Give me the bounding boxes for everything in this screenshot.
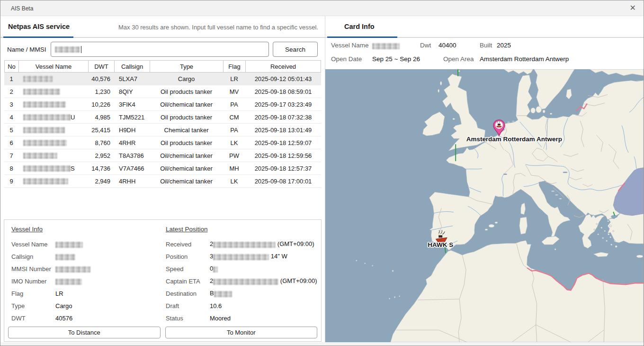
cell-type: Oil/chemical tanker [150, 149, 223, 162]
cell-no: 9 [4, 175, 18, 187]
cell-flag: PW [223, 149, 245, 162]
info-label: Flag [11, 290, 55, 297]
text-cursor [81, 46, 81, 53]
redacted-value [213, 254, 269, 260]
info-value: 40576 [55, 315, 72, 322]
info-row: DWT40576 [11, 312, 161, 324]
info-value: Cargo [55, 302, 72, 310]
info-label: Status [166, 315, 210, 322]
cell-callsign: 4RHR [114, 137, 150, 149]
cell-received: 2025-09-18 12:59:07 [245, 137, 321, 149]
info-row: Draft10.6 [166, 300, 322, 312]
info-value [55, 277, 82, 284]
table-row[interactable]: 140,5765LXA7CargoLR2025-09-12 05:01:43 [4, 73, 321, 85]
redacted-value [55, 254, 75, 260]
card-info-panel: Card Info Vessel Name Dwt 40400 Built 20… [325, 16, 644, 342]
table-row[interactable]: 525,415H9DHChemical tankerPA2025-09-18 1… [4, 124, 321, 137]
cell-callsign: T8A3786 [114, 149, 150, 162]
info-row: IMO Number [11, 275, 161, 287]
table-row[interactable]: 68,7604RHROil products tankerLK2025-09-1… [4, 137, 321, 149]
app-window: AIS Beta ✕ Netpas AIS service Max 30 res… [0, 0, 644, 346]
cell-dwt: 4,985 [88, 111, 114, 123]
cell-dwt: 25,415 [88, 124, 114, 136]
cell-name: U [18, 111, 88, 123]
column-header: Callsign [114, 61, 150, 72]
card-dwt-label: Dwt [420, 42, 431, 49]
map-label-vessel: HAWK S [428, 241, 453, 248]
cell-flag: MV [223, 85, 245, 98]
latest-position-column: Latest Position Received2 (GMT+09:00)Pos… [166, 226, 322, 324]
card-built-value: 2025 [497, 42, 511, 49]
cell-flag: PA [223, 124, 245, 136]
right-tab-bar: Card Info [325, 16, 644, 38]
cell-name [18, 175, 88, 187]
content: Netpas AIS service Max 30 results are sh… [0, 16, 644, 346]
table-row[interactable]: 72,952T8A3786Oil/chemical tankerPW2025-0… [4, 149, 321, 162]
info-value: 0 [210, 265, 218, 272]
cell-type: Chemical tanker [150, 124, 223, 136]
search-button[interactable]: Search [273, 42, 318, 57]
column-header: Type [150, 61, 223, 72]
info-value [55, 240, 83, 247]
table-body: 140,5765LXA7CargoLR2025-09-12 05:01:4321… [4, 73, 321, 188]
to-monitor-button[interactable]: To Monitor [165, 327, 318, 338]
cell-no: 4 [4, 111, 18, 123]
cell-received: 2025-09-18 08:59:01 [245, 85, 321, 98]
cell-name [18, 124, 88, 136]
cell-flag: PA [223, 98, 245, 110]
cell-received: 2025-09-18 13:01:49 [245, 124, 321, 136]
tab-card-info[interactable]: Card Info [344, 23, 375, 30]
info-label: Callsign [11, 253, 55, 260]
table-row[interactable]: 8S14,736V7A7466Oil/chemical tankerMH2025… [4, 162, 321, 175]
info-row: TypeCargo [11, 300, 161, 312]
cell-received: 2025-09-08 17:00:01 [245, 175, 321, 187]
results-hint: Max 30 results are shown. Input full ves… [118, 24, 318, 31]
cell-callsign: 5LXA7 [114, 73, 150, 85]
card-vessel-name-label: Vessel Name [331, 42, 369, 49]
info-row: FlagLR [11, 287, 161, 300]
cell-flag: LK [223, 175, 245, 187]
cell-callsign: TJM5221 [114, 111, 150, 123]
latest-position-heading: Latest Position [166, 226, 322, 233]
titlebar: AIS Beta ✕ [0, 0, 644, 16]
table-row[interactable]: 92,9494RHHOil/chemical tankerLK2025-09-0… [4, 175, 321, 188]
info-value [55, 265, 90, 272]
cell-dwt: 8,760 [88, 137, 114, 149]
cell-type: Cargo [150, 73, 223, 85]
info-value [55, 253, 75, 260]
card-open-date-label: Open Date [331, 55, 362, 63]
search-row: Name / MMSI Search [0, 41, 325, 57]
cell-type: Oil products tanker [150, 85, 223, 98]
vessel-detail-section: Vessel Info Vessel NameCallsignMMSI Numb… [4, 219, 322, 342]
cell-dwt: 14,736 [88, 162, 114, 174]
map[interactable]: HAWK S Amsterdam Rotterdam Antwerp [325, 69, 644, 342]
info-row: MMSI Number [11, 263, 161, 275]
search-label: Name / MMSI [7, 46, 51, 53]
table-row[interactable]: 4U4,985TJM5221Oil products tankerCM2025-… [4, 111, 321, 124]
redacted-value [23, 178, 68, 184]
card-built-label: Built [480, 42, 492, 49]
info-row: Vessel Name [11, 238, 161, 250]
card-open-area-label: Open Area [443, 55, 474, 63]
table-row[interactable]: 310,2263FIK4Oil/chemical tankerPA2025-09… [4, 98, 321, 111]
detail-buttons: To Distance To Monitor [8, 327, 317, 338]
info-row: Captain ETA2 (GMT+09:00) [166, 275, 322, 287]
cell-flag: MH [223, 162, 245, 174]
cell-name [18, 149, 88, 162]
search-input[interactable] [51, 42, 269, 57]
cell-type: Oil products tanker [150, 137, 223, 149]
cell-no: 6 [4, 137, 18, 149]
redacted-value [23, 140, 67, 146]
close-icon[interactable]: ✕ [630, 4, 636, 12]
tab-netpas-ais-service[interactable]: Netpas AIS service [8, 23, 70, 30]
vessel-info-heading: Vessel Info [11, 226, 161, 233]
cell-no: 5 [4, 124, 18, 136]
cell-callsign: 3FIK4 [114, 98, 150, 110]
cell-received: 2025-09-18 07:32:38 [245, 111, 321, 123]
cell-type: Oil/chemical tanker [150, 175, 223, 187]
ais-service-panel: Netpas AIS service Max 30 results are sh… [0, 16, 325, 342]
table-row[interactable]: 21,2308QIYOil products tankerMV2025-09-1… [4, 85, 321, 98]
to-distance-button[interactable]: To Distance [8, 327, 161, 338]
redacted-value [23, 153, 57, 159]
cell-callsign: 4RHH [114, 175, 150, 187]
